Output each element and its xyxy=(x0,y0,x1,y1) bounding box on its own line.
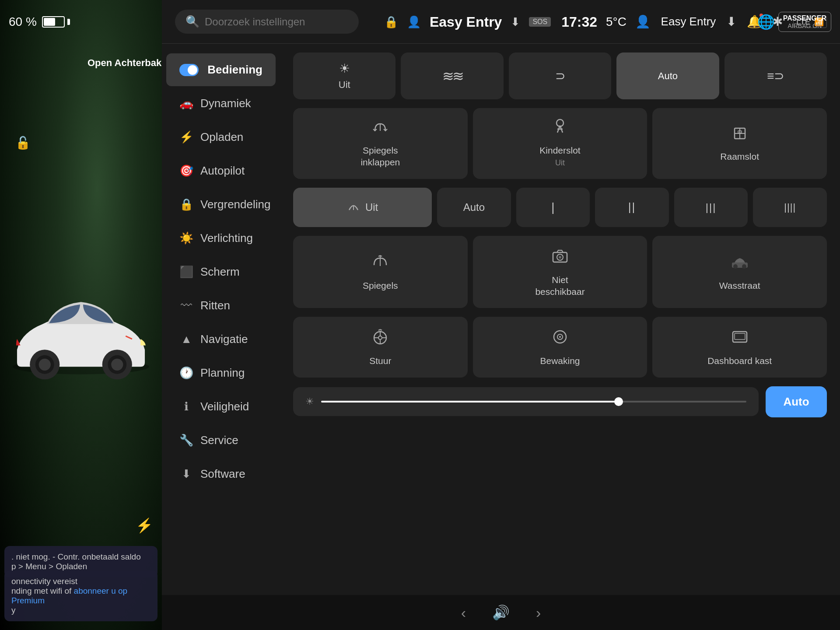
car-visualization: ⚡ xyxy=(0,44,162,630)
charging-bolt-icon: ⚡ xyxy=(136,517,153,534)
auto-button-label: Auto xyxy=(783,395,809,408)
notification-saldo-sub: p > Menu > Opladen xyxy=(11,562,150,571)
download-icon: ⬇ xyxy=(511,15,520,29)
wiper-uit-label: Uit xyxy=(365,201,378,214)
wiper-speed2-button[interactable]: || xyxy=(595,188,669,227)
volume-icon[interactable]: 🔊 xyxy=(483,600,518,625)
notification-saldo-text: . niet mog. - Contr. onbetaald saldo xyxy=(11,552,150,562)
svg-point-3 xyxy=(39,359,51,371)
svg-point-9 xyxy=(556,119,564,126)
dynamiek-icon: 🚗 xyxy=(179,97,193,110)
wiper-speed3-button[interactable]: ||| xyxy=(674,188,748,227)
spiegels-inklappen-label: Spiegelsinklappen xyxy=(360,144,400,168)
software-icon: ⬇ xyxy=(179,467,193,481)
main-panel: 🔍 👤 Easy Entry ⬇ 🔔 ✱ LTE 📶 xyxy=(162,0,840,630)
svg-point-25 xyxy=(742,264,746,269)
drl-icon: ≋≋ xyxy=(442,68,462,84)
sidebar-label-software: Software xyxy=(200,467,245,481)
wiper-speed2-label: || xyxy=(628,200,636,214)
brightness-slider[interactable] xyxy=(321,401,746,402)
next-button[interactable]: › xyxy=(527,600,550,626)
sidebar-item-scherm[interactable]: ⬛ Scherm xyxy=(166,256,276,288)
lighting-uit-button[interactable]: ☀ Uit xyxy=(293,52,396,99)
opladen-icon: ⚡ xyxy=(179,130,193,144)
sidebar-item-dynamiek[interactable]: 🚗 Dynamiek xyxy=(166,87,276,120)
svg-point-6 xyxy=(111,359,123,371)
raamslot-label: Raamslot xyxy=(720,150,759,162)
stuur-button[interactable]: Stuur xyxy=(293,317,468,377)
partial-light-icon: ⊃ xyxy=(555,69,565,83)
notification-connectivity: onnectivity vereistnding met wifi of abo… xyxy=(4,570,158,621)
sidebar-item-vergrendeling[interactable]: 🔒 Vergrendeling xyxy=(166,188,276,221)
airbag-badge: PASSENGER AIRBAG ON xyxy=(778,12,831,32)
scherm-icon: ⬛ xyxy=(179,265,193,279)
sun-icon: ☀ xyxy=(339,61,350,76)
camera-icon xyxy=(550,246,570,270)
brightness-auto-button[interactable]: Auto xyxy=(766,386,827,417)
status-profile-icon: 👤 xyxy=(407,15,421,29)
sidebar-nav: Bediening 🚗 Dynamiek ⚡ Opladen 🎯 Autopil… xyxy=(162,44,280,595)
wiper-speed1-label: | xyxy=(551,200,554,214)
dashboard-kast-button[interactable]: Dashboard kast xyxy=(652,317,827,377)
lighting-partial-button[interactable]: ⊃ xyxy=(509,52,611,99)
brightness-control: ☀ xyxy=(293,387,759,416)
kinderslot-label: KinderslotUit xyxy=(539,144,580,168)
sidebar-item-verlichting[interactable]: ☀️ Verlichting xyxy=(166,222,276,255)
wiper-speed4-label: |||| xyxy=(784,202,796,213)
full-beam-icon: ≡⊃ xyxy=(767,69,784,83)
lighting-drl-button[interactable]: ≋≋ xyxy=(401,52,503,99)
wiper-auto-button[interactable]: Auto xyxy=(437,188,511,227)
sidebar-item-autopilot[interactable]: 🎯 Autopilot xyxy=(166,154,276,187)
sidebar-label-autopilot: Autopilot xyxy=(200,164,245,178)
sidebar-item-bediening[interactable]: Bediening xyxy=(166,53,276,86)
wasstraat-label: Wasstraat xyxy=(719,280,760,291)
sidebar-item-navigatie[interactable]: ▲ Navigatie xyxy=(166,323,276,356)
autopilot-icon: 🎯 xyxy=(179,164,193,178)
sidebar-item-planning[interactable]: 🕐 Planning xyxy=(166,357,276,389)
niet-beschikbaar-button[interactable]: Nietbeschikbaar xyxy=(473,236,648,308)
lighting-full-button[interactable]: ≡⊃ xyxy=(724,52,827,99)
veiligheid-icon: ℹ xyxy=(179,400,193,413)
ritten-icon: 〰 xyxy=(179,299,193,312)
sidebar-item-service[interactable]: 🔧 Service xyxy=(166,424,276,457)
spiegels-inklappen-button[interactable]: Spiegelsinklappen xyxy=(293,108,468,179)
wiper-speed1-button[interactable]: | xyxy=(516,188,590,227)
brightness-thumb[interactable] xyxy=(614,397,623,406)
lighting-row: ☀ Uit ≋≋ ⊃ Auto ≡⊃ xyxy=(293,52,827,99)
wasstraat-button[interactable]: Wasstraat xyxy=(652,236,827,308)
svg-rect-37 xyxy=(735,333,745,340)
lighting-auto-button[interactable]: Auto xyxy=(616,52,719,99)
car-wash-icon xyxy=(730,252,749,275)
kinderslot-button[interactable]: KinderslotUit xyxy=(473,108,648,179)
sidebar-item-software[interactable]: ⬇ Software xyxy=(166,458,276,490)
premium-link[interactable]: abonneer u op Premium xyxy=(11,586,127,605)
lighting-uit-label: Uit xyxy=(339,79,350,91)
wiper-uit-button[interactable]: Uit xyxy=(293,188,432,227)
svg-point-35 xyxy=(559,336,561,338)
speed-indicator: SOS xyxy=(529,17,551,27)
svg-point-24 xyxy=(733,264,738,269)
car-image xyxy=(0,44,162,630)
dashboard-icon xyxy=(730,327,749,350)
sidebar-label-ritten: Ritten xyxy=(200,299,230,312)
sidebar-item-veiligheid[interactable]: ℹ Veiligheid xyxy=(166,390,276,423)
content-area: Bediening 🚗 Dynamiek ⚡ Opladen 🎯 Autopil… xyxy=(162,44,840,595)
raamslot-button[interactable]: Raamslot xyxy=(652,108,827,179)
wiper-speed4-button[interactable]: |||| xyxy=(753,188,827,227)
dashboard-kast-label: Dashboard kast xyxy=(707,355,772,367)
battery-percentage: 60 % xyxy=(9,15,37,29)
verlichting-icon: ☀️ xyxy=(179,231,193,245)
bewaking-button[interactable]: Bewaking xyxy=(473,317,648,377)
sidebar-item-ritten[interactable]: 〰 Ritten xyxy=(166,289,276,322)
prev-button[interactable]: ‹ xyxy=(452,600,475,626)
sidebar-label-opladen: Opladen xyxy=(200,130,243,144)
time-display: 17:32 xyxy=(561,14,597,30)
kinderslot-icon xyxy=(551,119,569,140)
status-center: 🔒 👤 Easy Entry ⬇ SOS 17:32 5°C xyxy=(162,0,840,44)
cards-row-3: Stuur Bewaking xyxy=(293,317,827,377)
sidebar-item-opladen[interactable]: ⚡ Opladen xyxy=(166,121,276,154)
temperature-display: 5°C xyxy=(606,15,626,29)
spiegels-button[interactable]: Spiegels xyxy=(293,236,468,308)
sidebar-label-verlichting: Verlichting xyxy=(200,231,253,245)
bediening-toggle[interactable] xyxy=(179,64,199,76)
